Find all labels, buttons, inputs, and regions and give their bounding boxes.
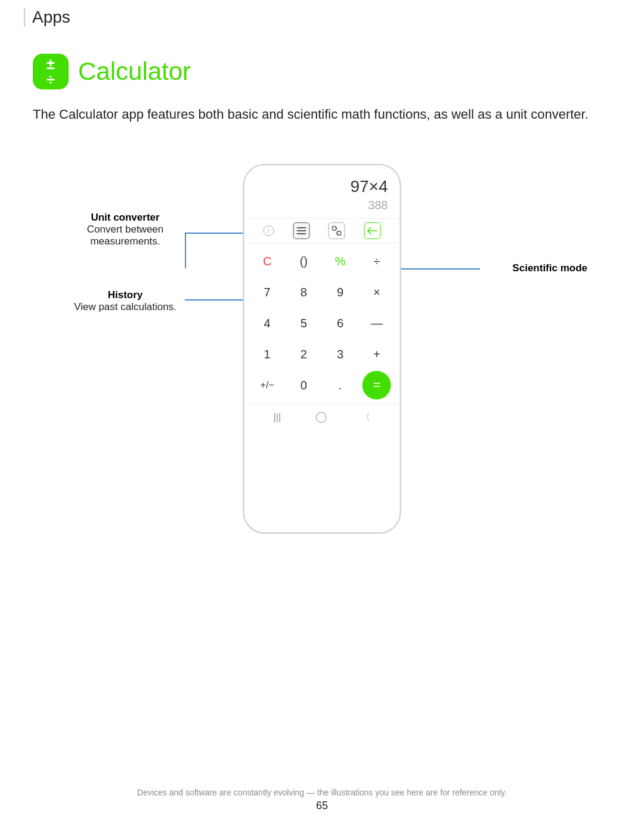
app-icon: ±÷ — [33, 54, 69, 89]
btn-1[interactable]: 1 — [249, 339, 286, 370]
footer-page-number: 65 — [0, 800, 644, 812]
unit-converter-icon[interactable] — [329, 222, 345, 239]
btn-plus[interactable]: + — [358, 339, 395, 370]
unit-converter-desc: Convert between measurements. — [66, 224, 185, 247]
breadcrumb: Apps — [24, 8, 70, 27]
app-header: ±÷ Calculator — [33, 54, 191, 89]
btn-minus[interactable]: — — [358, 308, 395, 339]
svg-rect-1 — [296, 230, 306, 231]
btn-3[interactable]: 3 — [322, 339, 358, 370]
display-result: 388 — [256, 199, 388, 212]
breadcrumb-label: Apps — [32, 8, 70, 26]
history-title: History — [66, 289, 185, 301]
unit-converter-line-v — [185, 233, 186, 268]
phone-nav-bar: ||| 〈 — [244, 404, 400, 429]
btn-5[interactable]: 5 — [286, 308, 322, 339]
btn-divide[interactable]: ÷ — [358, 246, 395, 277]
unit-converter-title: Unit converter — [66, 212, 185, 224]
btn-percent[interactable]: % — [322, 246, 358, 277]
display-expression: 97×4 — [256, 177, 388, 196]
btn-clear[interactable]: C — [249, 246, 286, 277]
backspace-icon[interactable] — [364, 222, 381, 239]
svg-rect-2 — [296, 233, 306, 234]
calculator-buttons: C () % ÷ 7 8 9 × 4 5 6 — 1 2 3 + +/− 0 .… — [244, 243, 400, 403]
unit-converter-annotation: Unit converter Convert between measureme… — [66, 212, 185, 247]
btn-multiply[interactable]: × — [358, 277, 395, 308]
calculator-toolbar: i — [244, 219, 400, 243]
calculator-icon-symbol: ±÷ — [47, 56, 55, 87]
btn-equals[interactable]: = — [363, 371, 391, 400]
history-annotation: History View past calculations. — [66, 289, 185, 313]
history-desc: View past calculations. — [66, 301, 185, 313]
diagram-area: Unit converter Convert between measureme… — [33, 158, 611, 575]
app-description: The Calculator app features both basic a… — [33, 104, 611, 124]
btn-8[interactable]: 8 — [286, 277, 322, 308]
app-title: Calculator — [78, 57, 191, 86]
calculator-display: 97×4 388 — [244, 165, 400, 219]
svg-rect-0 — [296, 227, 306, 228]
svg-rect-3 — [333, 227, 336, 230]
nav-back-icon[interactable]: ||| — [274, 412, 281, 423]
svg-rect-4 — [338, 231, 341, 235]
btn-6[interactable]: 6 — [322, 308, 358, 339]
btn-9[interactable]: 9 — [322, 277, 358, 308]
info-icon[interactable]: i — [263, 225, 274, 236]
btn-7[interactable]: 7 — [249, 277, 286, 308]
nav-home-icon[interactable] — [315, 412, 326, 423]
phone-mockup: 97×4 388 i — [243, 164, 401, 534]
btn-decimal[interactable]: . — [322, 370, 358, 401]
btn-2[interactable]: 2 — [286, 339, 322, 370]
footer-disclaimer: Devices and software are constantly evol… — [0, 788, 644, 797]
btn-parens[interactable]: () — [286, 246, 322, 277]
btn-zero[interactable]: 0 — [286, 370, 322, 401]
btn-4[interactable]: 4 — [249, 308, 286, 339]
scientific-mode-annotation: Scientific mode — [512, 262, 587, 274]
nav-recents-icon[interactable]: 〈 — [361, 411, 370, 423]
btn-plus-minus[interactable]: +/− — [249, 370, 286, 401]
history-icon[interactable] — [293, 222, 309, 239]
